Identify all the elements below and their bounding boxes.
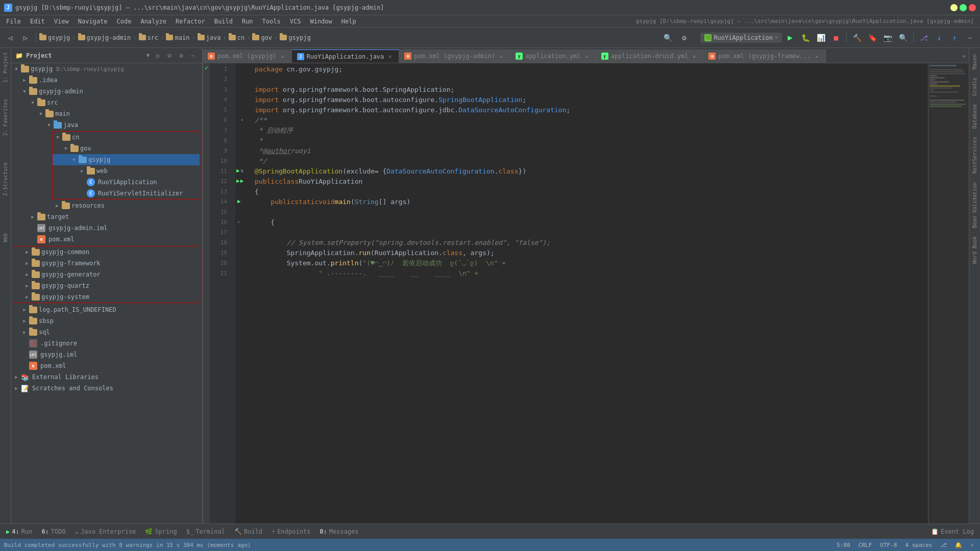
tab-pom-framework[interactable]: m pom.xml (gsypjg-framew... ✕: [703, 49, 826, 63]
close-button[interactable]: [969, 4, 976, 11]
build-project-button[interactable]: 🔨: [850, 31, 864, 45]
tree-item-web[interactable]: web: [53, 165, 200, 177]
rest-services-panel-toggle[interactable]: RestServices: [971, 135, 978, 176]
breadcrumb-cn[interactable]: cn: [237, 34, 244, 41]
tab-ruoyi-app[interactable]: J RuoYiApplication.java ✕: [292, 49, 400, 63]
tab-pom-gsypjg-close[interactable]: ✕: [279, 53, 286, 60]
bottom-tab-java-enterprise[interactable]: ☕ Java Enterprise: [71, 525, 140, 538]
collapse-all-button[interactable]: ⊟: [164, 51, 175, 61]
settings-gear-button[interactable]: ⚙: [176, 51, 186, 61]
tree-item-cn[interactable]: cn: [53, 132, 200, 143]
tree-item-gov[interactable]: gov: [53, 143, 200, 154]
tree-item-idea[interactable]: .idea: [11, 74, 202, 86]
breadcrumb-src[interactable]: src: [148, 34, 159, 41]
tab-pom-fw-close[interactable]: ✕: [813, 53, 820, 60]
bookmark-button[interactable]: 🔖: [865, 31, 879, 45]
tree-item-system[interactable]: gsypjg-system: [14, 291, 200, 303]
breadcrumb-admin[interactable]: gsypjg-admin: [87, 34, 131, 41]
tree-item-target[interactable]: target: [11, 211, 202, 222]
project-panel-toggle[interactable]: 1: Project: [2, 50, 9, 85]
bottom-tab-messages[interactable]: 0: Messages: [315, 525, 362, 538]
locate-button[interactable]: ◎: [153, 51, 163, 61]
menu-analyze[interactable]: Analyze: [136, 17, 170, 26]
tree-item-iml[interactable]: iml gsypjg.iml: [11, 349, 202, 360]
screenshot-button[interactable]: 📷: [880, 31, 895, 45]
tree-item-ruoyi-app[interactable]: C RuoYiApplication: [53, 177, 200, 188]
tree-item-root[interactable]: gsypjg D:\sbmp-ruoyi\gsypjg: [11, 63, 202, 74]
toolbar-forward-button[interactable]: ▷: [18, 31, 33, 45]
word-book-panel-toggle[interactable]: Word Book: [971, 234, 978, 266]
tree-item-gsypjg-selected[interactable]: gsypjg: [53, 154, 200, 165]
menu-refactor[interactable]: Refactor: [172, 17, 209, 26]
tree-item-gitignore[interactable]: 🚫 .gitignore: [11, 338, 202, 349]
fold-gutter-16[interactable]: ▸: [237, 218, 241, 225]
breadcrumb-main[interactable]: main: [175, 34, 189, 41]
tab-pom-admin-close[interactable]: ✕: [498, 53, 505, 60]
tab-ruoyi-close[interactable]: ✕: [386, 53, 394, 60]
coverage-button[interactable]: 📊: [814, 31, 828, 45]
breadcrumb-gsypjg2[interactable]: gsypjg: [288, 34, 310, 41]
bottom-tab-spring[interactable]: 🌿 Spring: [141, 525, 181, 538]
settings-button[interactable]: ⚙: [677, 31, 691, 45]
tree-item-resources[interactable]: resources: [11, 200, 202, 211]
hide-panel-button[interactable]: —: [188, 51, 198, 61]
tab-application-yml[interactable]: y application.yml ✕: [510, 49, 596, 63]
impl-gutter-12[interactable]: ▶: [240, 178, 244, 184]
menu-vcs[interactable]: VCS: [286, 17, 305, 26]
run-config[interactable]: 🌿 RuoYiApplication ▼: [700, 33, 782, 43]
menu-build[interactable]: Build: [210, 17, 237, 26]
cursor-position[interactable]: 5:80: [835, 542, 852, 548]
more-actions-button[interactable]: ⋯: [963, 31, 977, 45]
tree-item-gsypjg-admin[interactable]: gsypjg-admin: [11, 86, 202, 97]
breadcrumb-gov[interactable]: gov: [261, 34, 272, 41]
tab-pom-gsypjg[interactable]: m pom.xml (gsypjg) ✕: [203, 49, 292, 63]
tree-item-src[interactable]: src: [11, 97, 202, 108]
tab-druid-yml[interactable]: y application-druid.yml ✕: [596, 49, 704, 63]
bottom-tab-run[interactable]: ▶ 4: Run: [2, 525, 36, 538]
favorites-panel-toggle[interactable]: 2: Favorites: [2, 97, 9, 138]
stop-button[interactable]: ■: [829, 31, 843, 45]
gutter-fold-6[interactable]: ▸: [235, 114, 250, 124]
tab-yml-close[interactable]: ✕: [583, 53, 591, 60]
tree-item-ruoyi-servlet[interactable]: C RuoYiServletInitializer: [53, 188, 200, 199]
menu-help[interactable]: Help: [337, 17, 360, 26]
bean-validation-panel-toggle[interactable]: Bean Validation: [971, 180, 978, 230]
minimize-button[interactable]: [950, 4, 958, 11]
debug-button[interactable]: 🐛: [798, 31, 813, 45]
tab-druid-close[interactable]: ✕: [691, 53, 698, 60]
bottom-tab-endpoints[interactable]: ⚡ Endpoints: [267, 525, 314, 538]
impl-gutter-11[interactable]: ⇅: [240, 167, 244, 174]
vcs-update-button[interactable]: ↓: [932, 31, 946, 45]
bottom-tab-terminal[interactable]: $_ Terminal: [182, 525, 229, 538]
maven-panel-toggle[interactable]: Maven: [971, 52, 978, 71]
tree-item-java[interactable]: java: [11, 119, 202, 131]
menu-window[interactable]: Window: [306, 17, 336, 26]
code-editor[interactable]: package cn.gov.gsypjg; import org.spring…: [250, 63, 928, 523]
menu-file[interactable]: File: [2, 17, 25, 26]
menu-code[interactable]: Code: [113, 17, 136, 26]
git-button[interactable]: ⎇: [917, 31, 931, 45]
run-config-dropdown-icon[interactable]: ▼: [775, 35, 778, 40]
tree-item-root-pom[interactable]: m pom.xml: [11, 360, 202, 371]
tree-item-scratches[interactable]: 📝 Scratches and Consoles: [11, 383, 202, 394]
tree-item-external-libs[interactable]: 📚 External Libraries: [11, 371, 202, 383]
bottom-tab-event-log[interactable]: 📋 Event Log: [927, 525, 978, 538]
run-gutter-11[interactable]: ▶: [236, 167, 240, 174]
vcs-push-button[interactable]: ↑: [947, 31, 962, 45]
tree-item-generator[interactable]: gsypjg-generator: [14, 269, 200, 280]
search-button[interactable]: 🔍: [660, 31, 675, 45]
find-button[interactable]: 🔍: [896, 31, 910, 45]
tab-overflow-button[interactable]: »: [959, 49, 969, 63]
run-gutter-14[interactable]: ▶: [237, 198, 241, 205]
encoding[interactable]: UTF-8: [878, 542, 899, 548]
tree-item-common[interactable]: gsypjg-common: [14, 246, 200, 258]
tree-item-main[interactable]: main: [11, 108, 202, 119]
menu-run[interactable]: Run: [238, 17, 257, 26]
bottom-tab-build[interactable]: 🔨 Build: [230, 525, 266, 538]
panel-dropdown-icon[interactable]: ▼: [146, 52, 150, 59]
tree-item-admin-iml[interactable]: iml gsypjg-admin.iml: [11, 222, 202, 234]
tree-item-logpath[interactable]: log.path_IS_UNDEFINED: [11, 304, 202, 315]
tree-item-sbsp[interactable]: sbsp: [11, 315, 202, 327]
run-gutter-12[interactable]: ▶: [236, 178, 240, 184]
line-ending[interactable]: CRLF: [856, 542, 874, 548]
